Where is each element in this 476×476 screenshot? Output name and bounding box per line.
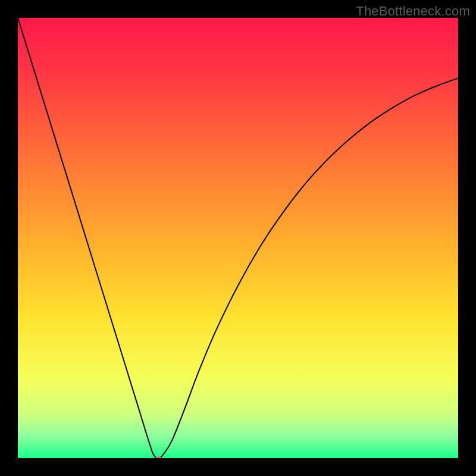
chart-background <box>18 18 458 458</box>
chart-frame: TheBottleneck.com <box>0 0 476 476</box>
watermark-text: TheBottleneck.com <box>356 4 470 19</box>
chart-svg <box>18 18 458 458</box>
plot-area <box>18 18 458 458</box>
